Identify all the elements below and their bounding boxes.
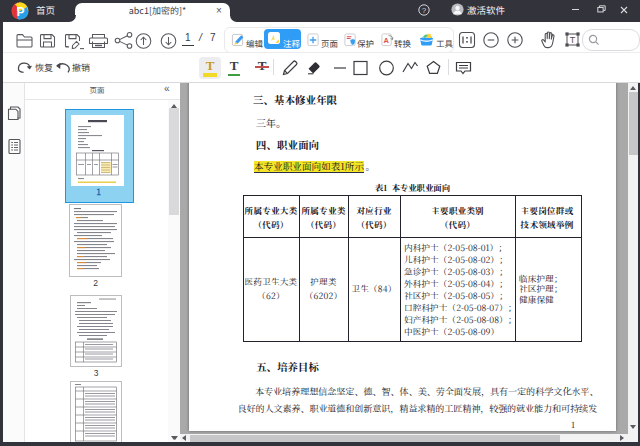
svg-text:P: P <box>16 5 24 19</box>
svg-text:T: T <box>570 35 576 45</box>
svg-text:A: A <box>384 36 390 45</box>
svg-text:?: ? <box>422 6 427 15</box>
